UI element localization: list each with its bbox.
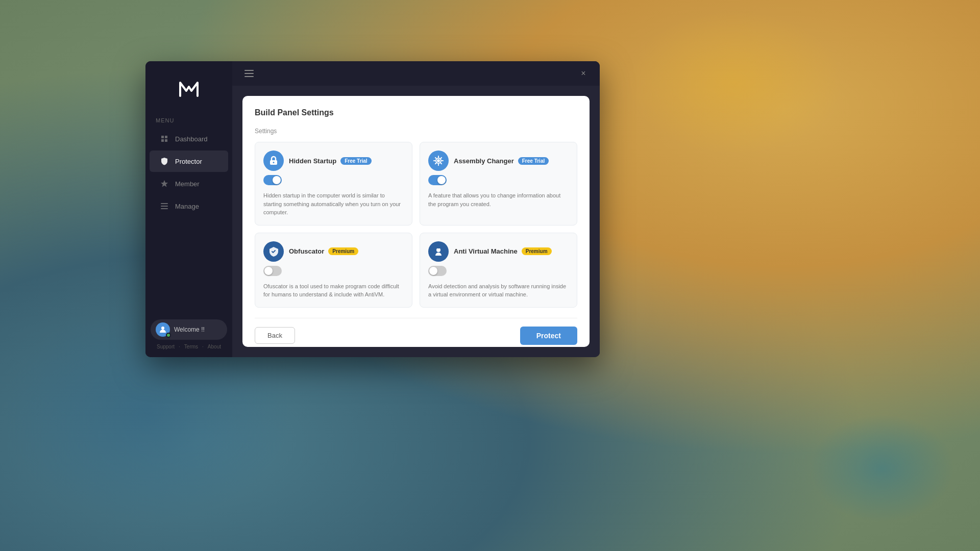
hamburger-line-1 <box>244 70 254 71</box>
hidden-startup-name: Hidden Startup <box>289 157 336 165</box>
svg-point-9 <box>436 248 440 252</box>
panel-title: Build Panel Settings <box>255 108 577 117</box>
setting-header-obfuscator: Obfuscator Premium <box>263 241 404 262</box>
setting-header-hidden-startup: Hidden Startup Free Trial <box>263 151 404 171</box>
main-area: × Build Panel Settings Settings <box>232 61 600 357</box>
anti-vm-icon <box>428 241 449 262</box>
anti-vm-toggle-row <box>428 266 569 276</box>
sidebar-item-member[interactable]: Member <box>150 173 228 194</box>
assembly-changer-toggle-row <box>428 175 569 185</box>
assembly-changer-toggle[interactable] <box>428 175 447 185</box>
protect-button[interactable]: Protect <box>520 327 577 345</box>
hidden-startup-toggle-knob <box>273 176 281 184</box>
assembly-changer-desc: A feature that allows you to change info… <box>428 191 569 208</box>
back-button[interactable]: Back <box>255 327 295 344</box>
app-window: Menu Dashboard Protector <box>145 61 600 357</box>
panel-footer: Back Protect <box>255 318 577 345</box>
assembly-changer-name: Assembly Changer <box>454 157 514 165</box>
anti-vm-name-badge: Anti Virtual Machine Premium <box>454 247 569 255</box>
hidden-startup-badge: Free Trial <box>340 157 371 165</box>
protector-label: Protector <box>175 158 202 165</box>
svg-marker-0 <box>161 180 168 187</box>
member-icon <box>160 179 169 188</box>
sidebar-item-protector[interactable]: Protector <box>150 151 228 172</box>
setting-header-anti-vm: Anti Virtual Machine Premium <box>428 241 569 262</box>
sidebar: Menu Dashboard Protector <box>145 61 232 357</box>
obfuscator-name-badge: Obfuscator Premium <box>289 247 404 255</box>
settings-label: Settings <box>255 128 577 135</box>
online-indicator <box>166 333 171 338</box>
obfuscator-toggle-knob <box>264 267 273 275</box>
dot-separator-2: · <box>202 344 204 349</box>
dashboard-icon <box>160 134 169 143</box>
anti-vm-toggle[interactable] <box>428 266 447 276</box>
setting-card-assembly-changer: Assembly Changer Free Trial A feature th… <box>420 142 577 226</box>
hamburger-button[interactable] <box>242 68 256 79</box>
topbar: × <box>232 61 600 86</box>
sidebar-footer: Welcome !! Support · Terms · About <box>145 312 232 357</box>
manage-icon <box>160 202 169 211</box>
obfuscator-toggle[interactable] <box>263 266 282 276</box>
hidden-startup-icon <box>263 151 284 171</box>
protector-icon <box>160 157 169 166</box>
sidebar-item-dashboard[interactable]: Dashboard <box>150 128 228 149</box>
footer-links: Support · Terms · About <box>151 340 227 349</box>
obfuscator-icon <box>263 241 284 262</box>
dashboard-label: Dashboard <box>175 135 208 143</box>
about-link[interactable]: About <box>208 344 221 349</box>
anti-vm-badge: Premium <box>522 247 552 255</box>
hidden-startup-desc: Hidden startup in the computer world is … <box>263 191 404 217</box>
svg-rect-10 <box>437 247 440 248</box>
hidden-startup-toggle[interactable] <box>263 175 282 185</box>
obfuscator-badge: Premium <box>328 247 358 255</box>
svg-rect-3 <box>161 208 168 209</box>
m-logo-icon <box>176 77 202 102</box>
assembly-changer-name-badge: Assembly Changer Free Trial <box>454 157 569 165</box>
dot-separator-1: · <box>179 344 180 349</box>
hamburger-line-3 <box>244 76 254 77</box>
svg-point-4 <box>161 327 164 330</box>
obfuscator-name: Obfuscator <box>289 247 324 255</box>
content-area: Build Panel Settings Settings <box>232 86 600 357</box>
logo <box>145 61 232 112</box>
assembly-changer-badge: Free Trial <box>518 157 549 165</box>
settings-grid: Hidden Startup Free Trial Hidden startup… <box>255 142 577 308</box>
username: Welcome !! <box>174 326 222 333</box>
svg-rect-2 <box>161 206 168 207</box>
anti-vm-desc: Avoid detection and analysis by software… <box>428 282 569 299</box>
assembly-changer-icon <box>428 151 449 171</box>
setting-header-assembly-changer: Assembly Changer Free Trial <box>428 151 569 171</box>
setting-card-hidden-startup: Hidden Startup Free Trial Hidden startup… <box>255 142 412 226</box>
svg-rect-1 <box>161 203 168 204</box>
panel-card: Build Panel Settings Settings <box>242 96 590 347</box>
svg-point-6 <box>273 162 275 163</box>
anti-vm-name: Anti Virtual Machine <box>454 247 518 255</box>
assembly-changer-toggle-knob <box>437 176 446 184</box>
menu-label: Menu <box>145 112 232 128</box>
anti-vm-toggle-knob <box>429 267 437 275</box>
close-button[interactable]: × <box>577 67 590 80</box>
setting-card-anti-vm: Anti Virtual Machine Premium Avoid detec… <box>420 233 577 308</box>
terms-link[interactable]: Terms <box>184 344 198 349</box>
user-badge[interactable]: Welcome !! <box>151 319 227 340</box>
manage-label: Manage <box>175 203 199 210</box>
support-link[interactable]: Support <box>157 344 175 349</box>
svg-point-7 <box>437 159 440 162</box>
sidebar-item-manage[interactable]: Manage <box>150 195 228 217</box>
hidden-startup-toggle-row <box>263 175 404 185</box>
obfuscator-desc: Ofuscator is a tool used to make program… <box>263 282 404 299</box>
member-label: Member <box>175 180 200 188</box>
setting-card-obfuscator: Obfuscator Premium Ofuscator is a tool u… <box>255 233 412 308</box>
obfuscator-toggle-row <box>263 266 404 276</box>
hidden-startup-name-badge: Hidden Startup Free Trial <box>289 157 404 165</box>
hamburger-line-2 <box>244 73 254 74</box>
sidebar-nav: Dashboard Protector Member <box>145 128 232 312</box>
